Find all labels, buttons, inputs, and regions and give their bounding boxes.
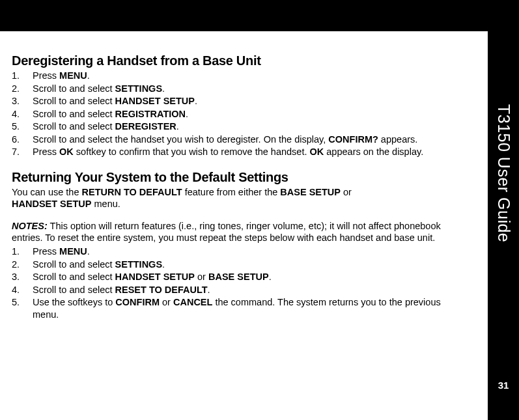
section-deregistering: Deregistering a Handset from a Base Unit… <box>12 53 468 158</box>
steps-list-1: 1. Press MENU. 2. Scroll to and select S… <box>12 70 468 158</box>
list-item: 2. Scroll to and select SETTINGS. <box>12 83 468 95</box>
step-text: Scroll to and select SETTINGS. <box>33 259 468 271</box>
list-item: 5. Scroll to and select DEREGISTER. <box>12 120 468 133</box>
step-text: Scroll to and select DEREGISTER. <box>33 120 468 133</box>
step-text: Scroll to and select the handset you wis… <box>33 133 468 146</box>
side-title: T3150 User Guide <box>494 104 513 242</box>
step-text: Scroll to and select HANDSET SETUP or BA… <box>33 271 468 283</box>
side-bar: T3150 User Guide 31 <box>488 0 519 420</box>
list-item: 3. Scroll to and select HANDSET SETUP or… <box>12 271 468 283</box>
notes-text: This option will return features (i.e., … <box>12 221 441 244</box>
notes-label: NOTES: <box>12 221 48 231</box>
content-area: Deregistering a Handset from a Base Unit… <box>12 53 468 332</box>
step-number: 2. <box>12 83 33 95</box>
heading-deregistering: Deregistering a Handset from a Base Unit <box>12 53 468 68</box>
step-number: 1. <box>12 245 33 258</box>
list-item: 1. Press MENU. <box>12 70 468 82</box>
step-text: Scroll to and select HANDSET SETUP. <box>33 95 468 107</box>
intro-text: You can use the RETURN TO DEFAULT featur… <box>12 186 468 210</box>
step-text: Scroll to and select RESET TO DEFAULT. <box>33 284 468 296</box>
step-number: 1. <box>12 70 33 82</box>
list-item: 5. Use the softkeys to CONFIRM or CANCEL… <box>12 296 468 320</box>
step-number: 4. <box>12 108 33 120</box>
step-text: Use the softkeys to CONFIRM or CANCEL th… <box>33 296 468 320</box>
step-number: 3. <box>12 271 33 283</box>
page-number: 31 <box>498 380 509 391</box>
section-returning: Returning Your System to the Default Set… <box>12 170 468 320</box>
step-number: 2. <box>12 259 33 271</box>
step-number: 3. <box>12 95 33 107</box>
top-bar <box>0 0 519 31</box>
notes-block: NOTES: This option will return features … <box>12 220 468 244</box>
step-text: Press MENU. <box>33 70 468 82</box>
list-item: 2. Scroll to and select SETTINGS. <box>12 259 468 271</box>
step-number: 6. <box>12 133 33 146</box>
list-item: 7. Press OK softkey to confirm that you … <box>12 146 468 158</box>
step-text: Press MENU. <box>33 245 468 258</box>
steps-list-2: 1. Press MENU. 2. Scroll to and select S… <box>12 245 468 320</box>
list-item: 6. Scroll to and select the handset you … <box>12 133 468 146</box>
list-item: 1. Press MENU. <box>12 245 468 258</box>
step-text: Scroll to and select REGISTRATION. <box>33 108 468 120</box>
list-item: 4. Scroll to and select REGISTRATION. <box>12 108 468 120</box>
list-item: 3. Scroll to and select HANDSET SETUP. <box>12 95 468 107</box>
step-number: 4. <box>12 284 33 296</box>
step-number: 5. <box>12 296 33 320</box>
step-text: Press OK softkey to confirm that you wis… <box>33 146 468 158</box>
heading-returning: Returning Your System to the Default Set… <box>12 170 468 185</box>
step-text: Scroll to and select SETTINGS. <box>33 83 468 95</box>
list-item: 4. Scroll to and select RESET TO DEFAULT… <box>12 284 468 296</box>
step-number: 5. <box>12 120 33 133</box>
step-number: 7. <box>12 146 33 158</box>
